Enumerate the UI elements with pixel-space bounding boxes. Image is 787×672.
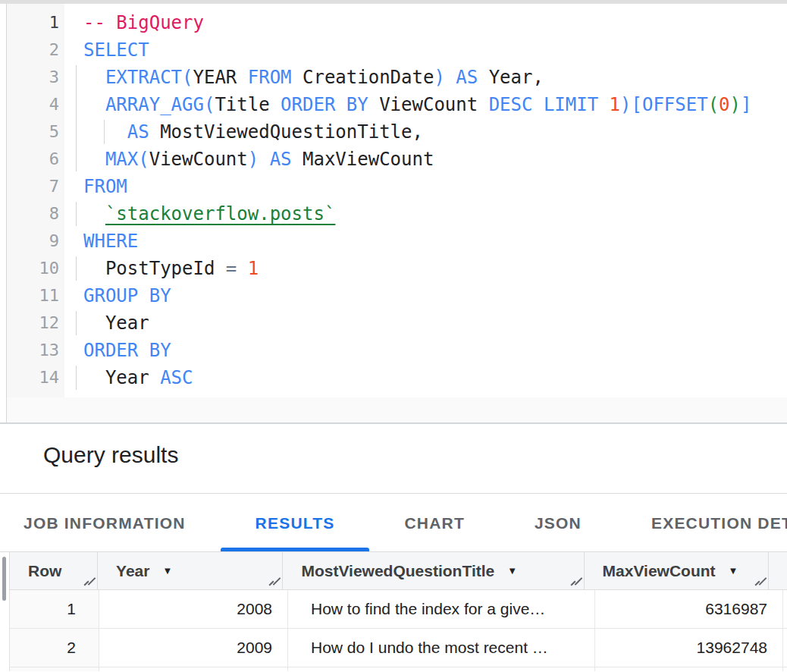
code-token: )	[730, 94, 741, 115]
cell-partial	[10, 667, 99, 671]
table-reference-link[interactable]: `stackoverflow.posts`	[105, 203, 335, 225]
code-line-8[interactable]: 8 `stackoverflow.posts`	[0, 200, 787, 228]
editor-bottom-area	[7, 397, 787, 422]
column-resize-handle-icon[interactable]	[754, 576, 766, 587]
code-line-12[interactable]: 12 Year	[0, 309, 787, 337]
code-line-5[interactable]: 5 AS MostViewedQuestionTitle,	[0, 118, 787, 146]
code-token: Year	[83, 312, 149, 334]
code-token: EXTRACT(	[105, 67, 193, 88]
code-text: FROM	[83, 173, 127, 200]
column-header-year[interactable]: Year▼	[98, 552, 283, 589]
code-token: MAX(	[105, 149, 149, 170]
code-token: )[OFFSET	[620, 94, 708, 115]
cell-overflow	[783, 590, 787, 628]
code-line-9[interactable]: 9WHERE	[0, 228, 787, 255]
results-grid: RowYear▼MostViewedQuestionTitle▼MaxViewC…	[9, 552, 787, 671]
code-line-1[interactable]: 1-- BigQuery	[0, 9, 787, 36]
code-text: SELECT	[83, 36, 149, 64]
sort-dropdown-icon[interactable]: ▼	[729, 565, 738, 576]
column-resize-handle-icon[interactable]	[268, 576, 280, 587]
cell-mostviewedquestiontitle-row2[interactable]: How do I undo the most recent …	[288, 629, 595, 667]
code-token: ) AS	[248, 149, 292, 170]
line-number: 12	[7, 309, 59, 337]
results-tab-bar: JOB INFORMATIONRESULTSCHARTJSONEXECUTION…	[0, 495, 787, 552]
code-token: ViewCount	[368, 94, 489, 115]
code-line-10[interactable]: 10 PostTypeId = 1	[0, 255, 787, 282]
code-text: Year ASC	[83, 364, 193, 391]
table-row-1: 12008How to find the index for a give…63…	[9, 590, 787, 629]
tab-json[interactable]: JSON	[500, 495, 616, 551]
code-token: ORDER BY	[281, 94, 368, 115]
code-text: AS MostViewedQuestionTitle,	[83, 118, 423, 146]
tab-job-information[interactable]: JOB INFORMATION	[5, 495, 221, 551]
code-text: ORDER BY	[83, 337, 171, 364]
column-header-mostviewedquestiontitle[interactable]: MostViewedQuestionTitle▼	[283, 552, 584, 589]
code-token: SELECT	[83, 39, 149, 61]
code-token	[83, 203, 105, 225]
code-token: FROM	[83, 176, 127, 197]
table-row-partial	[9, 667, 787, 671]
sort-dropdown-icon[interactable]: ▼	[162, 565, 172, 576]
cell-row-row1[interactable]: 1	[10, 590, 99, 628]
cell-mostviewedquestiontitle-row1[interactable]: How to find the index for a give…	[288, 590, 595, 628]
code-line-4[interactable]: 4 ARRAY_AGG(Title ORDER BY ViewCount DES…	[0, 91, 787, 118]
cell-maxviewcount-row1[interactable]: 6316987	[595, 590, 783, 628]
code-token: Year,	[478, 67, 544, 88]
code-token: CreationDate	[292, 67, 434, 88]
column-header-row[interactable]: Row	[10, 552, 98, 589]
column-resize-handle-icon[interactable]	[569, 576, 582, 587]
tab-execution-details[interactable]: EXECUTION DETAILS	[616, 495, 787, 551]
indent-guide	[76, 65, 77, 171]
indent-guide	[76, 366, 77, 390]
code-token	[83, 149, 105, 170]
indent-guide	[104, 120, 105, 144]
sort-dropdown-icon[interactable]: ▼	[507, 565, 517, 576]
code-text: Year	[83, 309, 149, 337]
cell-maxviewcount-row2[interactable]: 13962748	[595, 629, 783, 667]
code-line-6[interactable]: 6 MAX(ViewCount) AS MaxViewCount	[0, 146, 787, 173]
line-number: 11	[7, 282, 59, 309]
vertical-scrollbar-thumb[interactable]	[2, 557, 6, 601]
column-resize-handle-icon[interactable]	[83, 576, 95, 587]
code-token: (	[708, 94, 719, 115]
column-label: Row	[28, 562, 61, 580]
cell-partial	[288, 667, 595, 671]
page-title: Query results	[43, 442, 178, 468]
column-header-maxviewcount[interactable]: MaxViewCount▼	[585, 552, 769, 589]
table-row-2: 22009How do I undo the most recent …1396…	[9, 629, 787, 667]
column-header-overflow	[769, 552, 787, 589]
line-number: 8	[7, 200, 59, 228]
code-token: =	[226, 258, 248, 279]
code-line-14[interactable]: 14 Year ASC	[0, 364, 787, 391]
code-token: ViewCount	[149, 149, 248, 170]
cell-year-row2[interactable]: 2009	[99, 629, 288, 667]
column-label: Year	[116, 562, 149, 580]
code-token: GROUP BY	[83, 285, 171, 306]
code-line-11[interactable]: 11GROUP BY	[0, 282, 787, 309]
line-number: 1	[7, 9, 59, 36]
line-number: 5	[7, 118, 59, 146]
tab-label: EXECUTION DETAILS	[651, 514, 787, 532]
line-number: 14	[7, 364, 59, 391]
tab-label: JOB INFORMATION	[24, 514, 186, 532]
bigquery-query-panel: 1-- BigQuery2SELECT3 EXTRACT(YEAR FROM C…	[0, 0, 787, 672]
code-line-13[interactable]: 13ORDER BY	[0, 337, 787, 364]
code-text: ARRAY_AGG(Title ORDER BY ViewCount DESC …	[83, 91, 751, 118]
code-text: PostTypeId = 1	[83, 255, 259, 282]
tab-chart[interactable]: CHART	[369, 495, 500, 551]
tab-label: RESULTS	[256, 514, 335, 532]
cell-row-row2[interactable]: 2	[10, 629, 99, 667]
tab-label: CHART	[404, 514, 465, 532]
code-line-3[interactable]: 3 EXTRACT(YEAR FROM CreationDate) AS Yea…	[0, 64, 787, 91]
code-line-2[interactable]: 2SELECT	[0, 36, 787, 64]
code-line-7[interactable]: 7FROM	[0, 173, 787, 200]
cell-year-row1[interactable]: 2008	[99, 590, 288, 628]
code-token	[83, 94, 105, 115]
tab-results[interactable]: RESULTS	[221, 495, 370, 551]
cell-partial	[783, 667, 787, 671]
code-text: MAX(ViewCount) AS MaxViewCount	[83, 146, 434, 173]
code-token: 1	[248, 258, 259, 279]
code-token: ASC	[160, 367, 193, 388]
sql-editor[interactable]: 1-- BigQuery2SELECT3 EXTRACT(YEAR FROM C…	[0, 4, 787, 422]
code-token: ]	[741, 94, 751, 115]
